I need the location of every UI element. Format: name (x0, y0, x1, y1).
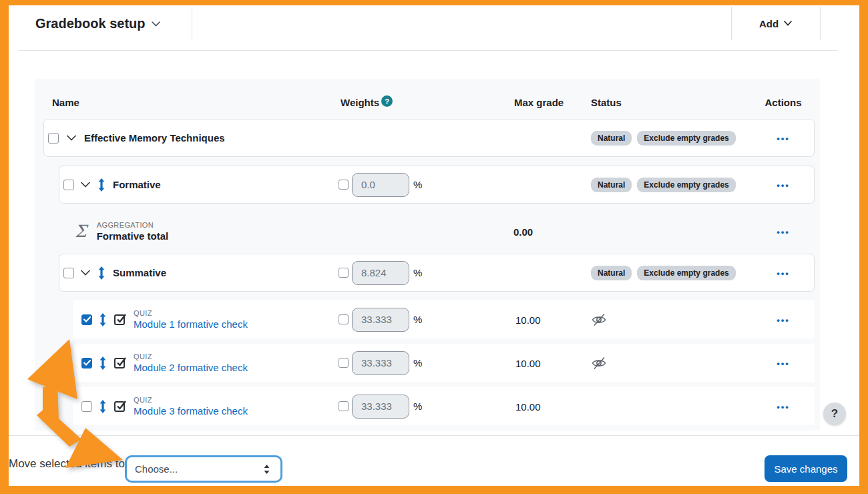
table-row-item: QUIZ Module 2 formative check % 10.00 ••… (35, 344, 820, 382)
select-checkbox[interactable] (81, 401, 92, 412)
select-checkbox[interactable] (63, 180, 74, 190)
table-row-total: Σ AGGREGATION Formative total 0.00 ••• (35, 212, 820, 250)
check-icon (83, 360, 91, 366)
move-icon[interactable] (97, 266, 106, 280)
percent-sign: % (413, 401, 422, 412)
row-type-label: QUIZ (134, 309, 248, 317)
move-icon[interactable] (98, 356, 107, 370)
move-to-select[interactable]: Choose... (125, 455, 282, 483)
override-weight-checkbox[interactable] (339, 268, 349, 278)
weight-input[interactable] (352, 173, 409, 197)
grade-item-link[interactable]: Module 1 formative check (134, 318, 248, 330)
page: Gradebook setup Add Name Weights ? Max g… (9, 5, 859, 486)
move-icon[interactable] (98, 400, 107, 413)
column-header-status: Status (591, 97, 622, 108)
move-icon[interactable] (97, 178, 106, 192)
column-header-weights: Weights ? (341, 97, 393, 108)
grade-item-link[interactable]: Module 3 formative check (134, 405, 248, 417)
status-badge: Exclude empty grades (637, 131, 735, 146)
quiz-icon (114, 312, 128, 326)
category-name: Effective Memory Techniques (84, 132, 225, 144)
move-selected-items-label: Move selected items to (9, 457, 125, 471)
row-type-label: QUIZ (134, 396, 248, 404)
table-row-item: QUIZ Module 3 formative check % 10.00 ••… (35, 387, 820, 425)
divider (820, 7, 821, 40)
weight-input[interactable] (352, 261, 409, 285)
add-dropdown-button[interactable]: Add (731, 7, 820, 40)
percent-sign: % (413, 314, 422, 325)
category-name: Formative (113, 179, 161, 190)
override-weight-checkbox[interactable] (339, 180, 349, 190)
table-row-category: Formative % Natural Exclude empty grades… (35, 166, 820, 204)
actions-menu-icon[interactable]: ••• (777, 134, 790, 144)
select-checkbox[interactable] (48, 133, 59, 144)
aggregation-sigma-icon: Σ (75, 222, 87, 241)
check-icon (83, 316, 91, 322)
status-badge: Natural (591, 131, 632, 146)
max-grade-value: 10.00 (515, 314, 541, 325)
select-checkbox[interactable] (63, 268, 74, 278)
collapse-chevron-icon[interactable] (81, 182, 90, 188)
collapse-chevron-icon[interactable] (81, 270, 90, 276)
row-type-label: AGGREGATION (97, 221, 169, 229)
actions-menu-icon[interactable]: ••• (777, 180, 790, 190)
actions-menu-icon[interactable]: ••• (777, 227, 790, 237)
override-weight-checkbox[interactable] (339, 358, 349, 368)
row-type-label: QUIZ (134, 352, 248, 360)
chevron-down-icon (784, 21, 792, 26)
max-grade-value: 10.00 (515, 357, 541, 368)
collapse-chevron-icon[interactable] (67, 135, 76, 141)
weight-input[interactable] (352, 395, 409, 419)
add-button-label: Add (759, 18, 779, 29)
percent-sign: % (413, 357, 422, 368)
help-floating-button[interactable]: ? (823, 403, 846, 425)
status-badge: Natural (591, 266, 632, 280)
select-arrows-icon (264, 465, 270, 474)
status-badge: Exclude empty grades (637, 178, 735, 192)
gradebook-setup-table: Name Weights ? Max grade Status Actions … (35, 79, 820, 431)
table-header-row: Name Weights ? Max grade Status Actions (35, 79, 820, 119)
divider (19, 50, 837, 51)
page-title: Gradebook setup (35, 16, 145, 31)
status-badge: Natural (591, 178, 632, 192)
table-row-category: Effective Memory Techniques Natural Excl… (35, 119, 820, 157)
category-name: Summative (113, 267, 166, 278)
table-row-item: QUIZ Module 1 formative check % 10.00 ••… (35, 300, 820, 338)
weights-help-icon[interactable]: ? (381, 95, 393, 107)
column-header-actions: Actions (754, 97, 812, 108)
percent-sign: % (413, 179, 422, 190)
max-grade-value: 0.00 (513, 226, 533, 237)
quiz-icon (114, 356, 128, 370)
actions-menu-icon[interactable]: ••• (777, 315, 790, 325)
total-name: Formative total (97, 230, 169, 242)
top-bar: Gradebook setup Add (9, 5, 859, 50)
percent-sign: % (413, 267, 422, 278)
max-grade-value: 10.00 (515, 401, 541, 412)
actions-menu-icon[interactable]: ••• (777, 268, 790, 278)
hidden-eye-slash-icon (591, 312, 607, 327)
actions-menu-icon[interactable]: ••• (777, 402, 790, 412)
select-value: Choose... (127, 463, 264, 475)
hidden-eye-slash-icon (591, 356, 607, 370)
gradebook-setup-dropdown[interactable]: Gradebook setup (35, 16, 160, 31)
chevron-down-icon (152, 21, 160, 27)
sticky-footer: Move selected items to Choose... Save ch… (9, 435, 859, 486)
grade-item-link[interactable]: Module 2 formative check (134, 362, 248, 373)
override-weight-checkbox[interactable] (339, 401, 349, 411)
status-badge: Exclude empty grades (637, 266, 735, 280)
select-checkbox[interactable] (81, 314, 92, 325)
divider (192, 7, 192, 40)
column-header-max-grade: Max grade (514, 97, 564, 108)
select-checkbox[interactable] (81, 358, 92, 368)
override-weight-checkbox[interactable] (339, 314, 349, 324)
actions-menu-icon[interactable]: ••• (777, 358, 790, 368)
column-header-name: Name (52, 97, 79, 108)
save-changes-button[interactable]: Save changes (765, 455, 847, 482)
quiz-icon (114, 399, 128, 413)
move-icon[interactable] (98, 313, 107, 326)
table-row-category: Summative % Natural Exclude empty grades… (35, 254, 820, 292)
weight-input[interactable] (352, 351, 409, 375)
weight-input[interactable] (352, 308, 409, 332)
